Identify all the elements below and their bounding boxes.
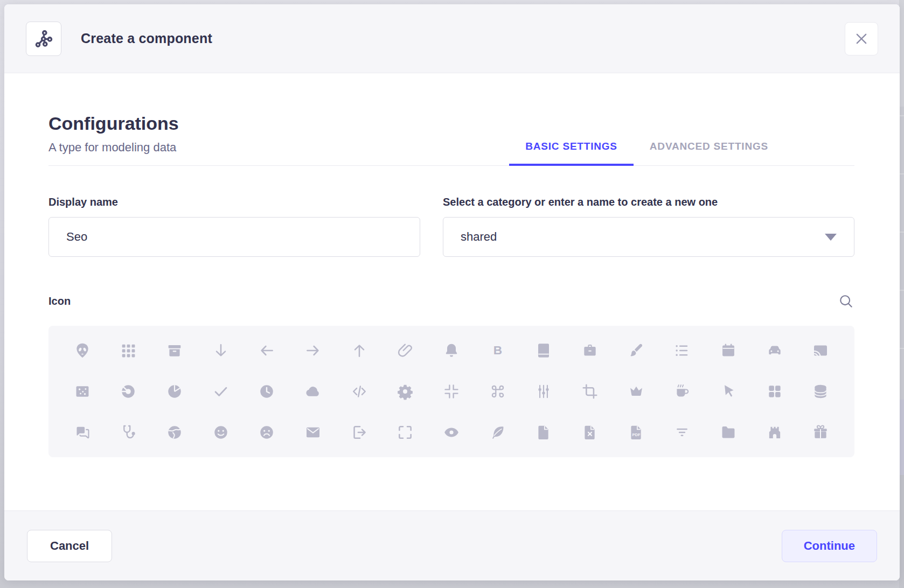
icon-grid-row xyxy=(59,371,844,412)
category-field: Select a category or enter a name to cre… xyxy=(443,196,854,257)
tab-basic-settings[interactable]: BASIC SETTINGS xyxy=(509,141,634,165)
chevron-down-icon xyxy=(825,234,837,241)
page-subtitle: A type for modeling data xyxy=(48,141,179,155)
clock-icon[interactable] xyxy=(254,379,279,404)
cancel-button[interactable]: Cancel xyxy=(27,530,112,562)
icon-picker-header: Icon xyxy=(48,292,854,310)
feather-icon[interactable] xyxy=(485,420,510,445)
continue-button[interactable]: Continue xyxy=(782,530,877,562)
earth-icon[interactable] xyxy=(162,420,187,445)
car-icon[interactable] xyxy=(762,338,787,363)
gift-icon[interactable] xyxy=(808,420,833,445)
exit-icon[interactable] xyxy=(347,420,372,445)
cast-icon[interactable] xyxy=(808,338,833,363)
display-name-field: Display name xyxy=(48,196,420,257)
dialog-footer: Cancel Continue xyxy=(4,510,900,580)
overlay-strip-segment xyxy=(899,475,904,588)
icon-grid-row: PDF xyxy=(59,412,844,453)
bold-icon[interactable]: B xyxy=(485,338,510,363)
code-icon[interactable] xyxy=(347,379,372,404)
cog-icon[interactable] xyxy=(393,379,418,404)
icon-grid: BPDF xyxy=(48,326,854,457)
envelop-icon[interactable] xyxy=(301,420,325,445)
collapse-icon[interactable] xyxy=(439,379,464,404)
file-pdf-icon[interactable]: PDF xyxy=(624,420,649,445)
overlay-strip-segment xyxy=(899,0,904,107)
discuss-icon[interactable] xyxy=(70,420,95,445)
command-icon[interactable] xyxy=(485,379,510,404)
screen: Create a component Configurations A type… xyxy=(0,0,904,588)
file-icon[interactable] xyxy=(531,420,556,445)
bell-icon[interactable] xyxy=(439,338,464,363)
tab-advanced-settings[interactable]: ADVANCED SETTINGS xyxy=(634,141,784,165)
cup-icon[interactable] xyxy=(670,379,694,404)
search-icon xyxy=(837,292,854,310)
settings-tabs: BASIC SETTINGS ADVANCED SETTINGS xyxy=(509,141,784,165)
display-name-label: Display name xyxy=(48,196,420,208)
icon-grid-row: B xyxy=(59,330,844,371)
icon-picker-label: Icon xyxy=(48,295,71,307)
form-fields-row: Display name Select a category or enter … xyxy=(48,196,854,257)
database-icon[interactable] xyxy=(808,379,833,404)
bullet-list-icon[interactable] xyxy=(670,338,694,363)
section-heading: Configurations A type for modeling data xyxy=(48,113,179,165)
emotion-happy-icon[interactable] xyxy=(208,420,233,445)
crop-icon[interactable] xyxy=(578,379,602,404)
svg-text:PDF: PDF xyxy=(632,432,640,437)
cursor-icon[interactable] xyxy=(716,379,741,404)
arrow-down-icon[interactable] xyxy=(208,338,233,363)
arrow-up-icon[interactable] xyxy=(347,338,372,363)
gate-icon[interactable] xyxy=(762,420,787,445)
arrow-left-icon[interactable] xyxy=(254,338,279,363)
chart-circle-icon[interactable] xyxy=(116,379,141,404)
component-icon xyxy=(26,22,61,56)
brush-icon[interactable] xyxy=(624,338,649,363)
page-title: Configurations xyxy=(48,113,179,134)
cloud-icon[interactable] xyxy=(301,379,325,404)
icon-search-button[interactable] xyxy=(837,292,854,310)
folder-icon[interactable] xyxy=(716,420,741,445)
check-icon[interactable] xyxy=(208,379,233,404)
alien-icon[interactable] xyxy=(70,338,95,363)
briefcase-icon[interactable] xyxy=(578,338,602,363)
filter-icon[interactable] xyxy=(670,420,694,445)
arrow-right-icon[interactable] xyxy=(301,338,325,363)
calendar-icon[interactable] xyxy=(716,338,741,363)
apps-icon[interactable] xyxy=(116,338,141,363)
dialog-body: Configurations A type for modeling data … xyxy=(4,73,900,510)
close-icon xyxy=(854,31,869,46)
dialog-title: Create a component xyxy=(81,31,212,46)
dashboard-icon[interactable] xyxy=(762,379,787,404)
create-component-dialog: Create a component Configurations A type… xyxy=(4,4,900,580)
category-select[interactable]: shared xyxy=(443,217,854,257)
svg-text:B: B xyxy=(493,343,502,357)
section-heading-row: Configurations A type for modeling data … xyxy=(48,113,854,166)
file-error-icon[interactable] xyxy=(578,420,602,445)
overlay-strip-segment xyxy=(899,400,904,475)
crown-icon[interactable] xyxy=(624,379,649,404)
book-icon[interactable] xyxy=(531,338,556,363)
category-label: Select a category or enter a name to cre… xyxy=(443,196,854,208)
chart-pie-icon[interactable] xyxy=(162,379,187,404)
connector-icon[interactable] xyxy=(531,379,556,404)
expand-icon[interactable] xyxy=(393,420,418,445)
eye-icon[interactable] xyxy=(439,420,464,445)
page-behind-overlay xyxy=(899,0,904,588)
chart-bubble-icon[interactable] xyxy=(70,379,95,404)
category-select-value: shared xyxy=(461,230,497,244)
archive-icon[interactable] xyxy=(162,338,187,363)
dialog-header: Create a component xyxy=(4,4,900,73)
display-name-input[interactable] xyxy=(48,217,420,257)
doctor-icon[interactable] xyxy=(116,420,141,445)
close-button[interactable] xyxy=(845,22,878,55)
attachment-icon[interactable] xyxy=(393,338,418,363)
emotion-unhappy-icon[interactable] xyxy=(254,420,279,445)
